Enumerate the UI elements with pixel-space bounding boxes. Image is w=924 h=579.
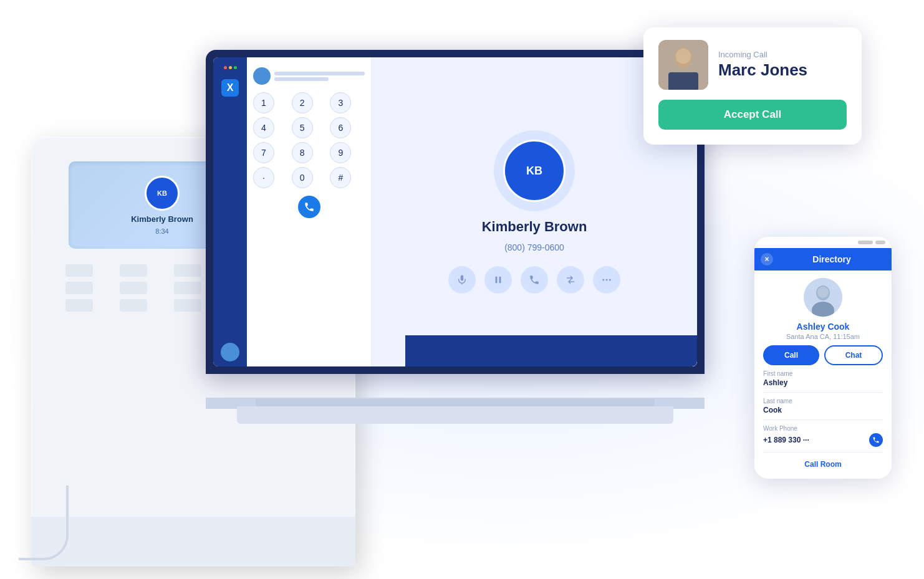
svg-rect-9	[668, 72, 698, 90]
call-action-buttons	[448, 266, 620, 294]
call-avatar: KB	[503, 140, 565, 202]
caller-row: Incoming Call Marc Jones	[658, 40, 847, 90]
call-action-hold[interactable]	[484, 266, 512, 294]
dialer-key-7[interactable]: 7	[253, 142, 274, 163]
phone-key	[65, 299, 93, 312]
first-name-value: Ashley	[763, 378, 883, 387]
svg-point-5	[606, 279, 608, 281]
laptop-screen: X 1 2 3 4 5 6	[206, 50, 705, 374]
mobile-status-bar	[754, 237, 892, 248]
caller-info: Incoming Call Marc Jones	[718, 50, 807, 80]
dialer-key-6[interactable]: 6	[330, 117, 351, 138]
call-avatar-initials: KB	[526, 165, 542, 178]
svg-point-14	[817, 287, 829, 298]
directory-title: Directory	[778, 254, 885, 264]
app-logo: X	[221, 79, 239, 97]
call-action-mic[interactable]	[448, 266, 476, 294]
contact-call-button[interactable]: Call	[763, 345, 819, 365]
call-avatar-ring: KB	[494, 130, 575, 211]
dialer-line	[274, 72, 365, 75]
call-contact-number: (800) 799-0600	[504, 242, 564, 252]
laptop-base	[237, 406, 673, 424]
svg-point-4	[602, 279, 604, 281]
phone-cord	[19, 486, 69, 560]
call-contact-name: Kimberly Brown	[482, 219, 587, 235]
contact-chat-button[interactable]: Chat	[824, 345, 883, 365]
phone-avatar-initials: KB	[157, 189, 167, 197]
logo-text: X	[227, 82, 234, 93]
call-action-transfer[interactable]	[557, 266, 584, 294]
work-phone-row: +1 889 330 ···	[763, 433, 883, 447]
dialer-key-dot[interactable]: ·	[253, 167, 274, 188]
window-controls	[224, 66, 237, 69]
laptop-keyboard	[256, 399, 655, 406]
mobile-header: × Directory	[754, 248, 892, 270]
phone-screen-time: 8:34	[155, 227, 168, 235]
call-bottom-bar	[405, 335, 697, 366]
dialer-key-9[interactable]: 9	[330, 142, 351, 163]
dialer-key-5[interactable]: 5	[292, 117, 313, 138]
contact-action-buttons: Call Chat	[763, 345, 883, 365]
phone-key	[65, 264, 93, 277]
caller-name: Marc Jones	[718, 60, 807, 80]
phone-key	[120, 299, 147, 312]
mobile-directory-panel: × Directory Ashley Cook Santa Ana CA, 11…	[754, 237, 892, 479]
dialer-key-8[interactable]: 8	[292, 142, 313, 163]
signal-icon	[858, 241, 873, 244]
dialer-key-0[interactable]: 0	[292, 167, 313, 188]
dialer-contact-lines	[274, 72, 365, 81]
phone-screen-avatar: KB	[145, 176, 180, 211]
phone-key	[120, 264, 147, 277]
window-dot-yellow	[229, 66, 232, 69]
call-action-more[interactable]	[593, 266, 620, 294]
phone-key	[174, 264, 201, 277]
caller-avatar	[658, 40, 708, 90]
dialer-key-2[interactable]: 2	[292, 92, 313, 113]
dialer-call-button[interactable]	[298, 196, 320, 218]
svg-rect-2	[496, 277, 498, 284]
work-phone-value: +1 889 330 ···	[763, 436, 809, 444]
dialer-grid[interactable]: 1 2 3 4 5 6 7 8 9 · 0 #	[253, 92, 365, 188]
user-avatar-sidebar	[221, 343, 239, 361]
window-dot-green	[234, 66, 237, 69]
battery-icon	[875, 241, 885, 244]
contact-location: Santa Ana CA, 11:15am	[786, 333, 860, 340]
dialer-key-1[interactable]: 1	[253, 92, 274, 113]
dialer-key-hash[interactable]: #	[330, 167, 351, 188]
call-room-button[interactable]: Call Room	[804, 457, 841, 471]
last-name-value: Cook	[763, 406, 883, 414]
dialer-key-4[interactable]: 4	[253, 117, 274, 138]
app-sidebar: X	[213, 57, 247, 366]
laptop-app: X 1 2 3 4 5 6	[213, 57, 697, 366]
work-phone-label: Work Phone	[763, 425, 883, 432]
window-dot-red	[224, 66, 227, 69]
mobile-body: Ashley Cook Santa Ana CA, 11:15am Call C…	[754, 270, 892, 479]
dialer-line-short	[274, 77, 329, 81]
svg-rect-3	[499, 277, 501, 284]
phone-icon[interactable]	[869, 433, 883, 447]
phone-key	[120, 282, 147, 294]
dialer-contact-row	[253, 67, 365, 85]
mobile-close-button[interactable]: ×	[761, 253, 773, 266]
accept-call-button[interactable]: Accept Call	[658, 100, 847, 130]
phone-screen-name: Kimberly Brown	[131, 214, 193, 224]
call-action-hangup[interactable]	[521, 266, 548, 294]
laptop: X 1 2 3 4 5 6	[206, 50, 717, 424]
phone-base	[31, 517, 355, 567]
svg-rect-0	[461, 275, 464, 281]
last-name-field: Last name Cook	[763, 398, 883, 420]
contact-name: Ashley Cook	[797, 322, 850, 332]
phone-key	[65, 282, 93, 294]
svg-point-6	[609, 279, 611, 281]
dialer-panel: 1 2 3 4 5 6 7 8 9 · 0 #	[247, 57, 372, 366]
last-name-label: Last name	[763, 398, 883, 404]
first-name-field: First name Ashley	[763, 370, 883, 393]
first-name-label: First name	[763, 370, 883, 377]
dialer-contact-avatar	[253, 67, 271, 85]
contact-avatar	[804, 278, 842, 317]
phone-key	[174, 299, 201, 312]
work-phone-field: Work Phone +1 889 330 ···	[763, 425, 883, 452]
dialer-key-3[interactable]: 3	[330, 92, 351, 113]
incoming-call-label: Incoming Call	[718, 50, 807, 59]
phone-key	[174, 282, 201, 294]
